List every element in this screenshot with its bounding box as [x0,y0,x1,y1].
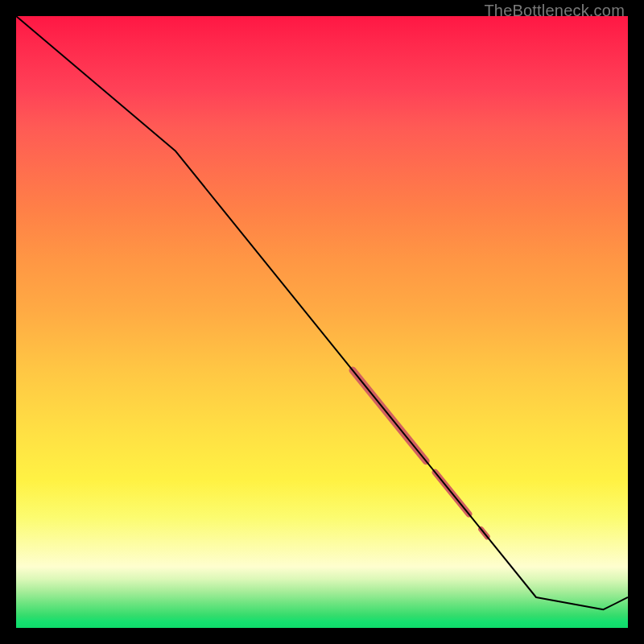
gradient-background [16,16,628,628]
chart-container: TheBottleneck.com [0,0,644,644]
plot-area [16,16,628,628]
